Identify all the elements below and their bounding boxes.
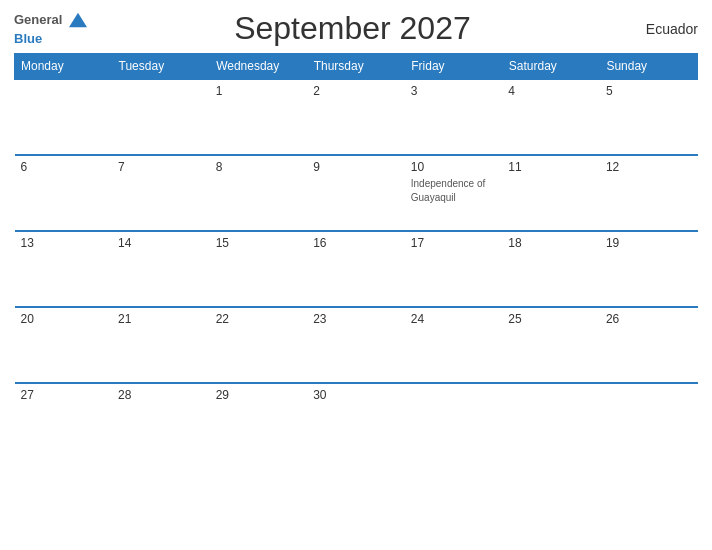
day-number: 3: [411, 84, 497, 98]
calendar-day-cell: 29: [210, 383, 308, 459]
day-number: 30: [313, 388, 399, 402]
calendar-day-cell: 8: [210, 155, 308, 231]
day-number: 11: [508, 160, 594, 174]
calendar-day-cell: 3: [405, 79, 503, 155]
calendar-day-cell: 26: [600, 307, 698, 383]
svg-marker-0: [69, 13, 87, 27]
header-sunday: Sunday: [600, 54, 698, 80]
day-number: 6: [21, 160, 107, 174]
calendar-day-cell: 11: [502, 155, 600, 231]
day-number: 7: [118, 160, 204, 174]
calendar-day-cell: 30: [307, 383, 405, 459]
day-number: 26: [606, 312, 692, 326]
header-tuesday: Tuesday: [112, 54, 210, 80]
day-number: 10: [411, 160, 497, 174]
calendar-day-cell: 17: [405, 231, 503, 307]
logo-blue-text: Blue: [14, 29, 87, 47]
day-number: 19: [606, 236, 692, 250]
day-number: 28: [118, 388, 204, 402]
day-number: 5: [606, 84, 692, 98]
calendar-week-row: 27282930: [15, 383, 698, 459]
calendar-day-cell: 22: [210, 307, 308, 383]
day-number: 21: [118, 312, 204, 326]
calendar-day-cell: 15: [210, 231, 308, 307]
calendar-day-cell: 13: [15, 231, 113, 307]
logo: General Blue: [14, 10, 87, 47]
day-number: 8: [216, 160, 302, 174]
day-number: 4: [508, 84, 594, 98]
calendar-day-cell: [502, 383, 600, 459]
header-saturday: Saturday: [502, 54, 600, 80]
calendar-day-cell: 18: [502, 231, 600, 307]
day-number: 23: [313, 312, 399, 326]
day-number: 2: [313, 84, 399, 98]
day-number: 20: [21, 312, 107, 326]
day-number: 27: [21, 388, 107, 402]
country-label: Ecuador: [618, 21, 698, 37]
calendar-week-row: 12345: [15, 79, 698, 155]
calendar-day-cell: 14: [112, 231, 210, 307]
calendar-day-cell: 9: [307, 155, 405, 231]
calendar-title: September 2027: [87, 10, 618, 47]
calendar-body: 12345678910Independence of Guayaquil1112…: [15, 79, 698, 459]
day-number: 18: [508, 236, 594, 250]
holiday-label: Independence of Guayaquil: [411, 178, 486, 203]
day-number: 16: [313, 236, 399, 250]
calendar-day-cell: 24: [405, 307, 503, 383]
header: General Blue September 2027 Ecuador: [14, 10, 698, 47]
calendar-day-cell: 12: [600, 155, 698, 231]
day-number: 14: [118, 236, 204, 250]
header-wednesday: Wednesday: [210, 54, 308, 80]
header-thursday: Thursday: [307, 54, 405, 80]
calendar-page: General Blue September 2027 Ecuador Mond…: [0, 0, 712, 550]
logo-general-text: General: [14, 10, 87, 29]
calendar-day-cell: 25: [502, 307, 600, 383]
calendar-day-cell: 16: [307, 231, 405, 307]
calendar-day-cell: 7: [112, 155, 210, 231]
calendar-day-cell: [600, 383, 698, 459]
calendar-day-cell: 2: [307, 79, 405, 155]
calendar-day-cell: 19: [600, 231, 698, 307]
day-number: 12: [606, 160, 692, 174]
header-friday: Friday: [405, 54, 503, 80]
day-number: 17: [411, 236, 497, 250]
calendar-day-cell: 5: [600, 79, 698, 155]
calendar-day-cell: 10Independence of Guayaquil: [405, 155, 503, 231]
calendar-day-cell: 6: [15, 155, 113, 231]
day-number: 25: [508, 312, 594, 326]
day-number: 22: [216, 312, 302, 326]
calendar-day-cell: 27: [15, 383, 113, 459]
calendar-day-cell: 4: [502, 79, 600, 155]
calendar-week-row: 20212223242526: [15, 307, 698, 383]
calendar-table: Monday Tuesday Wednesday Thursday Friday…: [14, 53, 698, 459]
calendar-day-cell: 23: [307, 307, 405, 383]
calendar-week-row: 13141516171819: [15, 231, 698, 307]
calendar-day-cell: [405, 383, 503, 459]
calendar-day-cell: [15, 79, 113, 155]
day-number: 1: [216, 84, 302, 98]
calendar-day-cell: 21: [112, 307, 210, 383]
day-number: 13: [21, 236, 107, 250]
calendar-week-row: 678910Independence of Guayaquil1112: [15, 155, 698, 231]
header-monday: Monday: [15, 54, 113, 80]
calendar-day-cell: 20: [15, 307, 113, 383]
logo-triangle-icon: [69, 11, 87, 29]
day-number: 9: [313, 160, 399, 174]
day-number: 29: [216, 388, 302, 402]
calendar-day-cell: 28: [112, 383, 210, 459]
calendar-day-cell: [112, 79, 210, 155]
weekday-header-row: Monday Tuesday Wednesday Thursday Friday…: [15, 54, 698, 80]
calendar-day-cell: 1: [210, 79, 308, 155]
day-number: 15: [216, 236, 302, 250]
day-number: 24: [411, 312, 497, 326]
